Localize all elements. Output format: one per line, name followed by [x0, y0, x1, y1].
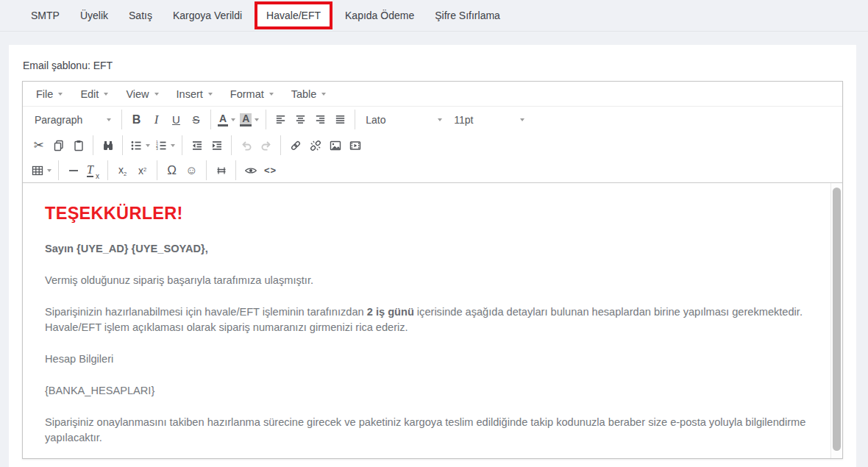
- outdent-button[interactable]: [187, 135, 207, 155]
- chevron-down-icon: [321, 93, 326, 96]
- tab-havale-eft[interactable]: Havale/EFT: [255, 1, 332, 29]
- paragraph-2-start: Siparişinizin hazırlanabilmesi için hava…: [45, 306, 367, 318]
- insert-link-button[interactable]: [285, 135, 305, 155]
- cut-button[interactable]: ✂: [29, 135, 49, 155]
- chevron-down-icon: [154, 93, 159, 96]
- menu-format[interactable]: Format: [221, 83, 282, 105]
- toolbar-separator: [93, 135, 93, 155]
- clear-formatting-button[interactable]: Tx: [83, 160, 103, 180]
- insert-media-button[interactable]: [345, 135, 365, 155]
- subscript-button[interactable]: x2: [113, 160, 132, 180]
- source-code-button[interactable]: <>: [260, 160, 280, 180]
- content-scrollbar: [830, 183, 842, 458]
- paragraph-3: Hesap Bilgileri: [45, 352, 811, 367]
- background-color-button[interactable]: A: [238, 110, 261, 129]
- paragraph-format-select[interactable]: Paragraph: [29, 110, 117, 129]
- numbered-list-icon: 123: [154, 139, 168, 152]
- numbered-list-button[interactable]: 123: [152, 135, 177, 155]
- menu-view[interactable]: View: [117, 83, 167, 105]
- bold-icon: B: [132, 114, 141, 126]
- tab-bar: SMTP Üyelik Satış Kargoya Verildi Havale…: [0, 0, 868, 32]
- page-break-button[interactable]: [211, 160, 231, 180]
- chevron-down-icon: [438, 118, 442, 121]
- tab-kapida-odeme[interactable]: Kapıda Ödeme: [335, 2, 424, 29]
- menu-file[interactable]: File: [27, 83, 71, 105]
- copy-button[interactable]: [49, 135, 68, 155]
- emoticons-button[interactable]: ☺: [182, 160, 202, 180]
- align-center-button[interactable]: [291, 110, 310, 129]
- table-icon: [31, 164, 44, 177]
- tab-uyelik[interactable]: Üyelik: [70, 2, 118, 29]
- remove-link-button[interactable]: [305, 135, 325, 155]
- font-family-select[interactable]: Lato: [360, 110, 448, 129]
- toolbar-separator: [157, 160, 157, 180]
- special-character-button[interactable]: Ω: [162, 160, 182, 180]
- rich-text-editor: File Edit View Insert Format Table Parag…: [22, 81, 843, 459]
- background-color-icon: A: [240, 113, 252, 126]
- underline-icon: U: [172, 114, 180, 125]
- text-color-icon: A: [218, 113, 228, 126]
- font-size-select[interactable]: 11pt: [448, 110, 530, 129]
- toolbar-separator: [355, 110, 355, 129]
- underline-button[interactable]: U: [166, 110, 186, 129]
- toolbar-separator: [121, 110, 122, 129]
- align-left-button[interactable]: [271, 110, 291, 129]
- clear-formatting-x: x: [96, 173, 99, 180]
- indent-button[interactable]: [207, 135, 227, 155]
- outdent-icon: [191, 139, 204, 152]
- text-color-button[interactable]: A: [216, 110, 238, 129]
- search-replace-button[interactable]: [98, 135, 118, 155]
- code-icon: <>: [264, 165, 277, 175]
- menu-edit[interactable]: Edit: [71, 83, 117, 105]
- template-panel: Email şablonu: EFT File Edit View Insert…: [9, 45, 856, 467]
- tab-kargoya-verildi[interactable]: Kargoya Verildi: [163, 2, 252, 29]
- bold-button[interactable]: B: [127, 110, 146, 129]
- superscript-button[interactable]: x2: [132, 160, 152, 180]
- toolbar-separator: [107, 160, 108, 180]
- menu-edit-label: Edit: [80, 88, 99, 100]
- tab-sifre-sifirlama[interactable]: Şifre Sıfırlama: [424, 2, 511, 29]
- paragraph-2-bold: 2 iş günü: [367, 306, 414, 318]
- menu-table-label: Table: [291, 88, 317, 100]
- chevron-down-icon: [269, 93, 274, 96]
- paragraph-1: Vermiş olduğunuz sipariş başarıyla taraf…: [45, 273, 811, 288]
- table-button[interactable]: [29, 160, 54, 180]
- bullet-list-button[interactable]: [127, 135, 152, 155]
- tab-satis[interactable]: Satış: [118, 2, 163, 29]
- chevron-down-icon: [146, 144, 150, 147]
- undo-button[interactable]: [236, 135, 256, 155]
- copy-icon: [52, 139, 65, 152]
- insert-image-button[interactable]: [325, 135, 345, 155]
- email-heading: TEŞEKKÜRLER!: [45, 204, 811, 224]
- redo-icon: [260, 139, 273, 152]
- chevron-down-icon: [231, 118, 235, 121]
- align-center-icon: [294, 113, 307, 126]
- superscript-icon: x2: [138, 165, 146, 177]
- toolbar-separator: [122, 135, 123, 155]
- toolbar-separator: [58, 160, 59, 180]
- paste-button[interactable]: [68, 135, 88, 155]
- font-size-value: 11pt: [454, 114, 473, 126]
- chevron-down-icon: [171, 144, 175, 147]
- omega-icon: Ω: [167, 164, 177, 177]
- tab-smtp[interactable]: SMTP: [21, 2, 70, 29]
- preview-button[interactable]: [241, 160, 260, 180]
- align-right-button[interactable]: [310, 110, 330, 129]
- editor-content[interactable]: TEŞEKKÜRLER! Sayın {UYE_AD} {UYE_SOYAD},…: [23, 183, 830, 458]
- align-justify-icon: [334, 113, 346, 126]
- menu-format-label: Format: [230, 88, 264, 100]
- toolbar-separator: [235, 160, 236, 180]
- italic-button[interactable]: I: [146, 110, 166, 129]
- clear-formatting-icon: T: [87, 164, 93, 177]
- horizontal-rule-button[interactable]: [63, 160, 83, 180]
- align-justify-button[interactable]: [330, 110, 350, 129]
- menu-insert[interactable]: Insert: [168, 83, 221, 105]
- template-label: Email şablonu: EFT: [23, 60, 843, 71]
- redo-button[interactable]: [256, 135, 276, 155]
- paragraph-2: Siparişinizin hazırlanabilmesi için hava…: [45, 304, 811, 335]
- strikethrough-button[interactable]: S: [186, 110, 206, 129]
- font-family-value: Lato: [366, 114, 385, 126]
- eye-icon: [244, 164, 257, 177]
- scrollbar-thumb[interactable]: [833, 188, 841, 451]
- menu-table[interactable]: Table: [282, 83, 335, 105]
